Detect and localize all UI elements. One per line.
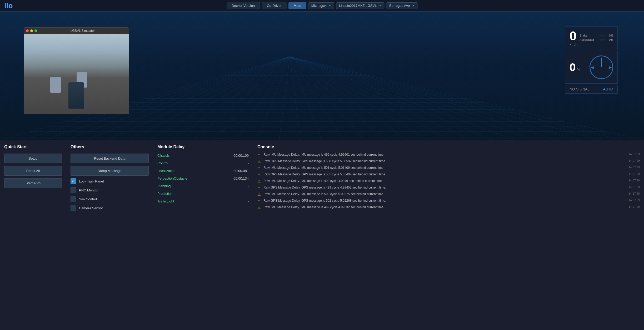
close-dot[interactable] — [26, 29, 29, 32]
warning-icon: ⚠ — [257, 159, 261, 164]
console-message-text: Raw IMU Message Delay. IMU message is 49… — [263, 153, 626, 157]
reset-backend-data-button[interactable]: Reset Backend Data — [71, 154, 149, 163]
warning-icon: ⚠ — [257, 205, 261, 210]
checkbox-sim-control[interactable] — [71, 196, 76, 202]
speed-value-container: 0 km/h — [570, 30, 577, 47]
checkbox-lock-task-panel[interactable]: ✓ — [71, 178, 76, 184]
map-selector-dropdown[interactable]: Borregas Ave ▼ — [386, 2, 417, 9]
auto-label: AUTO — [603, 87, 613, 91]
console-row-4: ⚠ Raw IMU Message Delay. IMU message is … — [257, 179, 640, 183]
console-panel: Console ⚠ Raw IMU Message Delay. IMU mes… — [253, 140, 644, 330]
checkbox-pnc-monitor[interactable] — [71, 187, 76, 193]
signal-panel: NO SIGNAL AUTO — [565, 85, 618, 94]
road-scene — [24, 34, 129, 114]
steering-panel: 0 % ◀ ▶ — [565, 51, 618, 84]
speed-value: 0 — [570, 29, 577, 43]
minimize-dot[interactable] — [30, 29, 33, 32]
module-name-localization: Localization — [157, 169, 176, 173]
warning-icon: ⚠ — [257, 166, 261, 170]
checkbox-label-0: Lock Task Panel — [79, 179, 104, 183]
warning-icon: ⚠ — [257, 172, 261, 177]
mute-button[interactable]: Mute — [289, 2, 306, 9]
module-delay-prediction: - — [248, 192, 249, 196]
console-timestamp: 14:07:29 — [628, 159, 640, 162]
warning-icon: ⚠ — [257, 192, 261, 196]
module-delay-chassis: 00:00.100 — [233, 154, 249, 158]
console-row-1: ⚠ Raw GPS Message Delay. GPS message is … — [257, 159, 640, 164]
console-message-text: Raw GPS Message Delay. GPS message is 50… — [263, 199, 626, 203]
co-driver-button[interactable]: Co-Driver — [262, 2, 287, 9]
checkbox-label-2: Sim Control — [79, 197, 97, 201]
checkbox-row-0: ✓Lock Task Panel — [71, 178, 149, 184]
module-delay-trafficlight: - — [248, 199, 249, 203]
module-name-planning: Planning — [157, 184, 171, 188]
console-timestamp: 14:07:29 — [628, 172, 640, 175]
console-row-7: ⚠ Raw GPS Message Delay. GPS message is … — [257, 199, 640, 203]
checkbox-label-1: PNC Monitor — [79, 188, 98, 192]
warning-icon: ⚠ — [257, 179, 261, 183]
module-delay-planning: - — [248, 184, 249, 188]
console-message-text: Raw IMU Message Delay. IMU message is 50… — [263, 192, 626, 196]
maximize-dot[interactable] — [34, 29, 37, 32]
docker-version-button[interactable]: Docker Version — [227, 2, 260, 9]
chevron-down-icon: ▼ — [412, 4, 415, 7]
console-title: Console — [257, 145, 640, 149]
dump-message-button[interactable]: Dump Message — [71, 166, 149, 176]
speed-bars: Brake 0% Accelerator 0% — [580, 34, 613, 42]
accelerator-pct: 0% — [607, 38, 613, 41]
reset-all-button[interactable]: Reset All — [4, 166, 62, 176]
console-row-6: ⚠ Raw IMU Message Delay. IMU message is … — [257, 192, 640, 196]
steering-value-container: 0 % — [570, 61, 580, 74]
module-delay-localization: 00:00.081 — [233, 169, 249, 173]
module-name-perceptionobstacle: PerceptionObstacle — [157, 176, 187, 180]
module-row-chassis: Chassis00:00.100 — [157, 154, 249, 158]
main-visualization: LGSVL Simulator 0 km/h Brake — [0, 12, 644, 140]
checkbox-label-3: Camera Sensor — [79, 206, 103, 210]
console-timestamp: 14:07:29 — [628, 199, 640, 202]
module-name-control: Control — [157, 161, 168, 165]
quick-start-panel: Quick Start Setup Reset All Start Auto — [0, 140, 66, 330]
checkbox-row-2: Sim Control — [71, 196, 149, 202]
console-timestamp: 14:07:29 — [628, 153, 640, 156]
module-delay-panel: Module Delay Chassis00:00.100Control-Loc… — [153, 140, 253, 330]
accelerator-track — [600, 39, 605, 40]
checkbox-row-3: Camera Sensor — [71, 205, 149, 211]
no-signal-label: NO SIGNAL — [570, 87, 590, 91]
simulator-view — [24, 34, 129, 114]
console-timestamp: 14:07:29 — [628, 185, 640, 189]
modules-list: Chassis00:00.100Control-Localization00:0… — [157, 154, 249, 203]
module-name-prediction: Prediction — [157, 192, 173, 196]
steering-wheel-indicator: ◀ ▶ — [590, 55, 613, 79]
module-row-trafficlight: TrafficLight- — [157, 199, 249, 203]
nav-buttons: Docker Version Co-Driver Mute Mkz Lgsvl … — [227, 2, 417, 9]
steering-subscript: % — [577, 68, 580, 72]
console-message-text: Raw IMU Message Delay. IMU message is 49… — [263, 205, 626, 210]
console-message-text: Raw GPS Message Delay. GPS message is 50… — [263, 159, 626, 164]
module-name-chassis: Chassis — [157, 154, 169, 158]
console-message-text: Raw IMU Message Delay. IMU message is 50… — [263, 166, 626, 170]
vehicle-model-dropdown[interactable]: Lincoln2017MKZ LGSVL ▼ — [336, 2, 384, 9]
logo: llo — [4, 2, 13, 10]
module-row-localization: Localization00:00.081 — [157, 169, 249, 173]
module-delay-perceptionobstacle: 00:00.134 — [233, 176, 249, 180]
simulator-title: LGSVL Simulator — [39, 29, 127, 33]
module-delay-title: Module Delay — [157, 145, 249, 149]
steering-needle — [601, 58, 602, 67]
vehicle-selector-dropdown[interactable]: Mkz Lgsvl ▼ — [308, 2, 334, 9]
speed-display: 0 km/h Brake 0% Accelerator 0% — [565, 26, 618, 50]
setup-button[interactable]: Setup — [4, 154, 62, 163]
checkbox-row-1: PNC Monitor — [71, 187, 149, 193]
speed-panel: 0 km/h Brake 0% Accelerator 0% — [565, 26, 618, 94]
console-row-0: ⚠ Raw IMU Message Delay. IMU message is … — [257, 153, 640, 157]
checkbox-camera-sensor[interactable] — [71, 205, 76, 211]
module-row-prediction: Prediction- — [157, 192, 249, 196]
warning-icon: ⚠ — [257, 153, 261, 157]
chevron-down-icon: ▼ — [328, 4, 331, 7]
ego-car — [68, 82, 84, 109]
console-message-text: Raw GPS Message Delay. GPS message is 49… — [263, 185, 626, 190]
start-auto-button[interactable]: Start Auto — [4, 178, 62, 188]
module-name-trafficlight: TrafficLight — [157, 199, 174, 203]
console-messages: ⚠ Raw IMU Message Delay. IMU message is … — [257, 153, 640, 210]
console-timestamp: 14:07:29 — [628, 205, 640, 208]
quick-start-title: Quick Start — [4, 145, 62, 149]
